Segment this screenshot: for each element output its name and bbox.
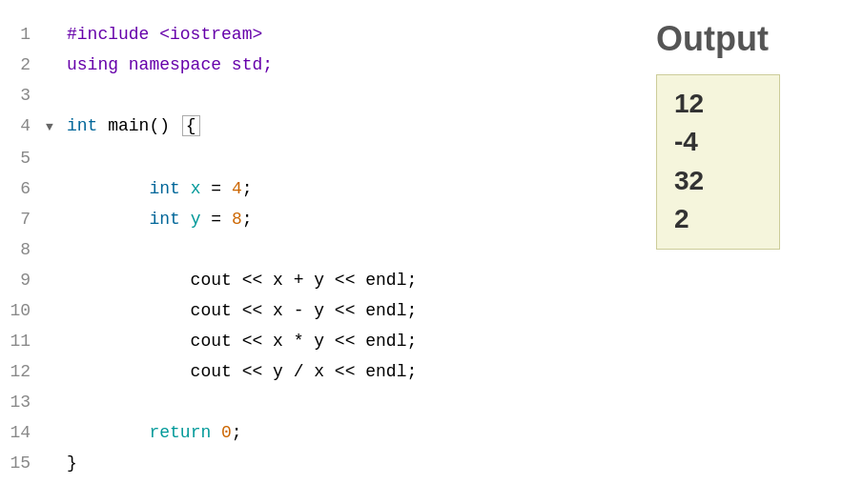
line-num-7: 7: [0, 204, 46, 234]
code-line-15: 15 }: [0, 448, 633, 478]
line-6-content: int x = 4;: [63, 173, 633, 204]
code-line-10: 10 cout << x - y << endl;: [0, 295, 633, 326]
line-2-content: using namespace std;: [63, 50, 633, 80]
line-10-content: cout << x - y << endl;: [63, 295, 633, 326]
code-line-7: 7 int y = 8;: [0, 204, 633, 234]
line-4-content: int main() {: [63, 111, 633, 141]
line-num-4: 4: [0, 111, 46, 141]
code-line-12: 12 cout << y / x << endl;: [0, 356, 633, 387]
code-line-2: 2 using namespace std;: [0, 50, 633, 80]
code-line-6: 6 int x = 4;: [0, 173, 633, 204]
code-line-3: 3: [0, 80, 633, 111]
output-value-2: -4: [674, 125, 762, 159]
code-line-8: 8: [0, 234, 633, 265]
code-line-4: 4 ▼ int main() {: [0, 111, 633, 143]
line-num-9: 9: [0, 265, 46, 295]
line-7-content: int y = 8;: [63, 204, 633, 234]
line-1-content: #include <iostream>: [63, 19, 633, 50]
output-value-3: 32: [674, 164, 762, 198]
line-15-content: }: [63, 448, 633, 478]
code-line-13: 13: [0, 387, 633, 417]
line-9-content: cout << x + y << endl;: [63, 265, 633, 295]
code-line-1: 1 #include <iostream>: [0, 19, 633, 50]
code-line-14: 14 return 0;: [0, 417, 633, 448]
line-num-5: 5: [0, 143, 46, 173]
line-14-content: return 0;: [63, 417, 633, 448]
line-num-12: 12: [0, 356, 46, 387]
line-num-15: 15: [0, 448, 46, 478]
line-11-content: cout << x * y << endl;: [63, 326, 633, 356]
output-value-1: 12: [674, 87, 762, 121]
line-num-3: 3: [0, 80, 46, 111]
line-num-8: 8: [0, 234, 46, 265]
code-line-5: 5: [0, 143, 633, 173]
line-num-2: 2: [0, 50, 46, 80]
line-num-1: 1: [0, 19, 46, 50]
output-box: 12 -4 32 2: [656, 74, 780, 250]
code-line-11: 11 cout << x * y << endl;: [0, 326, 633, 356]
code-line-9: 9 cout << x + y << endl;: [0, 265, 633, 295]
line-num-14: 14: [0, 417, 46, 448]
output-title: Output: [656, 19, 769, 59]
line-num-13: 13: [0, 387, 46, 417]
line-12-content: cout << y / x << endl;: [63, 356, 633, 387]
code-panel: 1 #include <iostream> 2 using namespace …: [0, 0, 633, 504]
fold-arrow-4[interactable]: ▼: [46, 112, 63, 143]
output-value-4: 2: [674, 202, 762, 236]
line-num-6: 6: [0, 173, 46, 204]
output-panel: Output 12 -4 32 2: [633, 0, 843, 504]
line-num-11: 11: [0, 326, 46, 356]
line-num-10: 10: [0, 295, 46, 326]
